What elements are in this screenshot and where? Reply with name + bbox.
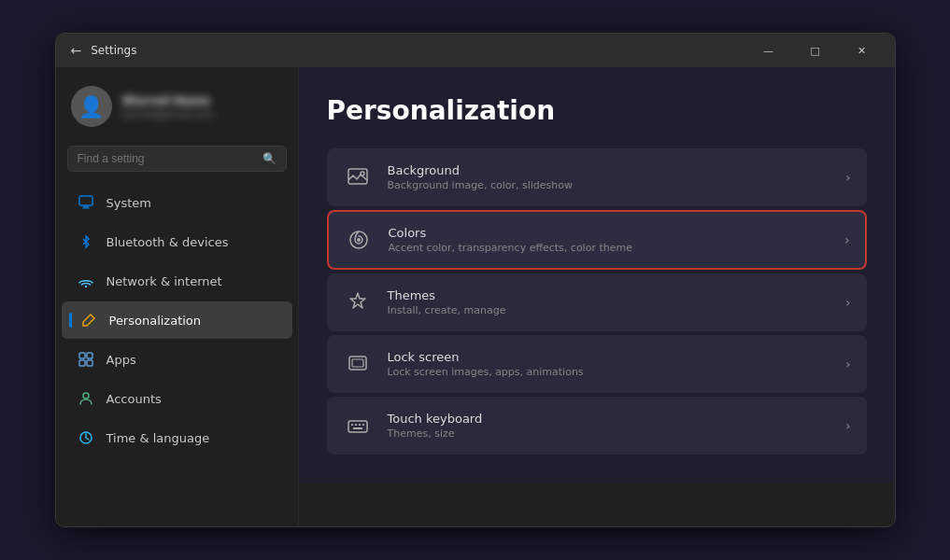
touchkeyboard-title: Touch keyboard bbox=[388, 412, 830, 426]
svg-rect-6 bbox=[79, 360, 85, 366]
colors-text: Colors Accent color, transparency effect… bbox=[389, 226, 829, 254]
system-icon bbox=[77, 193, 95, 212]
svg-rect-16 bbox=[348, 421, 367, 432]
svg-rect-17 bbox=[351, 424, 353, 426]
sidebar-item-system-label: System bbox=[106, 196, 151, 210]
sidebar-item-network[interactable]: Network & internet bbox=[62, 262, 292, 300]
user-name: Blurred Name bbox=[123, 94, 215, 107]
touchkeyboard-text: Touch keyboard Themes, size bbox=[388, 412, 830, 440]
settings-window: ← Settings — □ ✕ 👤 Blurred Name blurred@… bbox=[55, 33, 896, 527]
maximize-button[interactable]: □ bbox=[794, 34, 837, 67]
touchkeyboard-desc: Themes, size bbox=[388, 427, 830, 440]
accounts-icon bbox=[77, 389, 95, 408]
colors-title: Colors bbox=[389, 226, 829, 240]
sidebar-item-accounts[interactable]: Accounts bbox=[62, 380, 292, 417]
page-title: Personalization bbox=[327, 95, 867, 126]
svg-rect-15 bbox=[352, 359, 363, 367]
svg-point-11 bbox=[361, 172, 364, 175]
themes-title: Themes bbox=[388, 288, 830, 302]
sidebar-item-apps-label: Apps bbox=[106, 353, 136, 367]
svg-rect-2 bbox=[82, 208, 90, 209]
colors-chevron: › bbox=[844, 232, 850, 247]
sidebar-item-personalization-label: Personalization bbox=[109, 314, 202, 328]
main-content: Personalization Background Background im… bbox=[299, 67, 895, 483]
time-icon bbox=[77, 428, 95, 447]
content-area: 👤 Blurred Name blurred@email.com 🔍 Syste… bbox=[56, 67, 895, 526]
lockscreen-title: Lock screen bbox=[388, 350, 830, 364]
themes-icon bbox=[343, 287, 373, 317]
svg-rect-1 bbox=[83, 206, 89, 208]
active-indicator bbox=[69, 313, 72, 328]
setting-item-touchkeyboard[interactable]: Touch keyboard Themes, size › bbox=[327, 397, 867, 455]
lockscreen-icon bbox=[343, 349, 373, 379]
touchkeyboard-icon bbox=[343, 411, 373, 441]
background-desc: Background image, color, slideshow bbox=[388, 179, 830, 191]
sidebar-item-time[interactable]: Time & language bbox=[62, 419, 292, 456]
sidebar-item-network-label: Network & internet bbox=[106, 274, 222, 288]
svg-point-3 bbox=[84, 286, 86, 287]
close-button[interactable]: ✕ bbox=[841, 34, 884, 67]
colors-icon bbox=[344, 225, 374, 255]
background-chevron: › bbox=[845, 170, 851, 185]
sidebar-item-system[interactable]: System bbox=[62, 184, 292, 221]
touchkeyboard-chevron: › bbox=[845, 418, 851, 433]
colors-desc: Accent color, transparency effects, colo… bbox=[389, 242, 829, 254]
sidebar-item-personalization[interactable]: Personalization bbox=[62, 301, 292, 339]
setting-item-themes[interactable]: Themes Install, create, manage › bbox=[327, 273, 867, 331]
svg-rect-20 bbox=[362, 424, 364, 426]
setting-item-background[interactable]: Background Background image, color, slid… bbox=[327, 148, 867, 206]
avatar-icon: 👤 bbox=[78, 95, 104, 119]
svg-rect-0 bbox=[79, 196, 92, 205]
setting-item-lockscreen[interactable]: Lock screen Lock screen images, apps, an… bbox=[327, 335, 867, 393]
sidebar-item-time-label: Time & language bbox=[106, 431, 210, 445]
sidebar-item-accounts-label: Accounts bbox=[106, 392, 162, 406]
svg-rect-19 bbox=[359, 424, 361, 426]
background-text: Background Background image, color, slid… bbox=[388, 163, 830, 191]
network-icon bbox=[77, 272, 95, 290]
personalization-icon bbox=[79, 311, 98, 329]
search-icon: 🔍 bbox=[262, 152, 276, 165]
sidebar-item-bluetooth[interactable]: Bluetooth & devices bbox=[62, 223, 292, 260]
svg-rect-7 bbox=[87, 360, 92, 366]
svg-point-13 bbox=[357, 238, 361, 242]
lockscreen-desc: Lock screen images, apps, animations bbox=[388, 366, 830, 378]
svg-rect-21 bbox=[353, 427, 362, 429]
background-icon bbox=[343, 162, 373, 192]
sidebar-item-apps[interactable]: Apps bbox=[62, 341, 292, 378]
settings-list: Background Background image, color, slid… bbox=[327, 148, 867, 455]
back-button[interactable]: ← bbox=[71, 43, 82, 58]
avatar: 👤 bbox=[71, 86, 112, 127]
search-input[interactable] bbox=[78, 152, 262, 165]
bluetooth-icon bbox=[77, 232, 95, 251]
user-section: 👤 Blurred Name blurred@email.com bbox=[56, 67, 298, 142]
titlebar: ← Settings — □ ✕ bbox=[56, 34, 895, 67]
background-title: Background bbox=[388, 163, 830, 177]
svg-rect-4 bbox=[79, 353, 85, 358]
apps-icon bbox=[77, 350, 95, 369]
main-wrapper: Personalization Background Background im… bbox=[299, 67, 895, 526]
setting-item-colors[interactable]: Colors Accent color, transparency effect… bbox=[327, 210, 867, 270]
svg-point-8 bbox=[83, 393, 89, 399]
user-email: blurred@email.com bbox=[123, 109, 215, 119]
search-box[interactable]: 🔍 bbox=[67, 146, 287, 172]
themes-desc: Install, create, manage bbox=[388, 304, 830, 316]
window-title: Settings bbox=[91, 44, 136, 57]
svg-rect-5 bbox=[87, 353, 92, 358]
titlebar-controls: — □ ✕ bbox=[747, 34, 884, 67]
lockscreen-chevron: › bbox=[845, 357, 851, 371]
user-info: Blurred Name blurred@email.com bbox=[123, 94, 215, 119]
sidebar: 👤 Blurred Name blurred@email.com 🔍 Syste… bbox=[56, 67, 299, 526]
titlebar-left: ← Settings bbox=[71, 43, 137, 58]
themes-chevron: › bbox=[845, 295, 851, 310]
lockscreen-text: Lock screen Lock screen images, apps, an… bbox=[388, 350, 830, 378]
themes-text: Themes Install, create, manage bbox=[388, 288, 830, 316]
sidebar-item-bluetooth-label: Bluetooth & devices bbox=[106, 235, 229, 249]
minimize-button[interactable]: — bbox=[747, 34, 790, 67]
svg-rect-18 bbox=[355, 424, 357, 426]
